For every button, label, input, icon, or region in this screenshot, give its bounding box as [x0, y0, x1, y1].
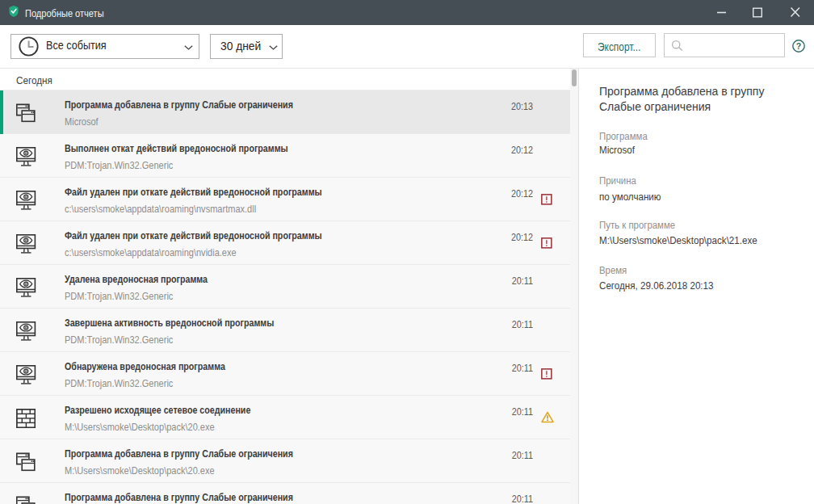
svg-text:?: ? [796, 41, 801, 51]
